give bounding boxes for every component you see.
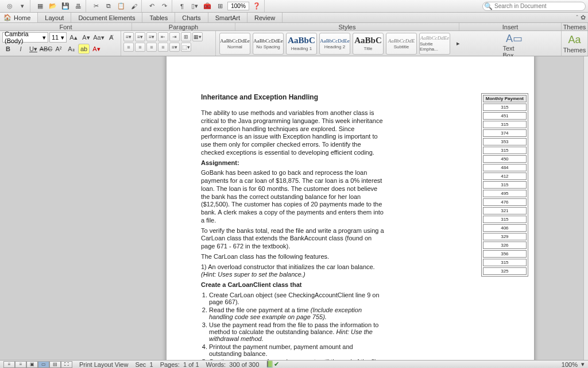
strikethrough-button[interactable]: ABC <box>40 44 52 54</box>
font-size-combo[interactable]: 11▾ <box>49 32 67 43</box>
subscript-button[interactable]: A₂ <box>65 44 77 54</box>
underline-button[interactable]: U▾ <box>28 44 39 54</box>
table-cell: 476 <box>483 198 527 206</box>
document-body[interactable]: Inheritance and Exception Handling The a… <box>201 93 500 360</box>
tab-charts[interactable]: Charts <box>175 13 208 22</box>
tab-layout[interactable]: Layout <box>38 13 71 22</box>
table-cell: 325 <box>483 267 527 275</box>
style-subtitle[interactable]: AaBbCcDdESubtitle <box>386 33 417 55</box>
ribbon-settings-icon[interactable]: ✿ <box>581 14 586 21</box>
view-draft-button[interactable]: ≡ <box>3 361 15 368</box>
monthly-payment-table: Monthly Payment 315451315374353315450484… <box>481 93 528 277</box>
tab-label: Home <box>14 14 30 21</box>
tab-tables[interactable]: Tables <box>142 13 175 22</box>
shading-button[interactable]: ⬚▾ <box>181 43 191 52</box>
style-heading-2[interactable]: AaBbCcDdEeHeading 2 <box>319 33 350 55</box>
vertical-scrollbar[interactable] <box>583 56 588 360</box>
table-cell: 374 <box>483 129 527 137</box>
clear-formatting-icon[interactable]: A̸ <box>106 32 117 43</box>
table-cell: 356 <box>483 250 527 258</box>
grow-font-icon[interactable]: A▴ <box>68 32 79 43</box>
undo-icon[interactable]: ↶ <box>146 1 157 12</box>
sidebar-icon[interactable]: ▯▾ <box>189 1 200 12</box>
doc-assignment-label: Assignment: <box>201 159 385 167</box>
copy-icon[interactable]: ⧉ <box>103 1 114 12</box>
numbering-button[interactable]: ≡▾ <box>135 32 145 41</box>
justify-button[interactable]: ≡ <box>158 43 168 52</box>
toolbox-icon[interactable]: 🧰 <box>202 1 212 12</box>
table-cell: 450 <box>483 155 527 163</box>
document-canvas[interactable]: Inheritance and Exception Handling The a… <box>0 56 583 360</box>
italic-button[interactable]: I <box>15 44 26 54</box>
tab-home[interactable]: 🏠Home <box>0 13 38 22</box>
styles-more-button[interactable]: ▸ <box>452 39 464 49</box>
highlight-color-button[interactable]: ab <box>78 44 90 54</box>
zoom-combo[interactable]: 100% <box>227 2 249 10</box>
style-subtle-emphasis[interactable]: AaBbCcDdEeSubtle Empha... <box>419 33 450 55</box>
themes-button[interactable]: AaThemes <box>563 34 586 53</box>
collapse-ribbon-icon[interactable]: ˆ <box>576 14 578 21</box>
bold-button[interactable]: B <box>2 44 14 54</box>
group-styles-label: Styles <box>235 23 459 30</box>
line-spacing-button[interactable]: ≡▾ <box>169 43 180 52</box>
font-name-combo[interactable]: Cambria (Body)▾ <box>2 32 48 43</box>
view-notebook-button[interactable]: ▤ <box>49 361 61 368</box>
font-name-value: Cambria (Body) <box>5 30 42 44</box>
align-right-button[interactable]: ≡ <box>146 43 157 52</box>
align-center-button[interactable]: ≡ <box>135 43 145 52</box>
table-cell: 315 <box>483 216 527 223</box>
paragraph-group: ≡▾ ≡▾ ≡▾ ⇤ ⇥ ⊞ ▦▾ ≡ ≡ ≡ ≡ ≡▾ ⬚▾ <box>121 31 216 56</box>
quick-access-toolbar: ◎ ▾ ▦ 📂 💾 🖶 ✂ ⧉ 📋 🖌 ↶ ↷ ¶ ▯▾ 🧰 ⊞ 100% ❓ … <box>0 0 588 13</box>
decrease-indent-button[interactable]: ⇤ <box>158 32 168 41</box>
search-input[interactable] <box>482 2 586 11</box>
style-normal[interactable]: AaBbCcDdEeNormal <box>219 33 250 55</box>
change-case-icon[interactable]: Aa▾ <box>93 32 105 43</box>
table-cell: 451 <box>483 112 527 120</box>
status-words: Words: 300 of 300 <box>206 361 260 368</box>
view-publishing-button[interactable]: ▣ <box>26 361 38 368</box>
multilevel-button[interactable]: ≡▾ <box>146 32 157 41</box>
tab-review[interactable]: Review <box>247 13 283 22</box>
shrink-font-icon[interactable]: A▾ <box>80 32 92 43</box>
redo-icon[interactable]: ↷ <box>159 1 169 12</box>
insert-textbox[interactable]: A▭Text Box <box>502 32 525 59</box>
status-zoom[interactable]: 100% <box>562 361 578 368</box>
spellcheck-icon[interactable]: 📗✔ <box>266 361 279 368</box>
print-icon[interactable]: 🖶 <box>73 1 83 12</box>
office-menu-icon[interactable]: ◎ <box>5 1 15 12</box>
new-icon[interactable]: ▦ <box>35 1 45 12</box>
style-no-spacing[interactable]: AaBbCcDdEeNo Spacing <box>253 33 284 55</box>
tab-smartart[interactable]: SmartArt <box>208 13 247 22</box>
align-left-button[interactable]: ≡ <box>123 43 134 52</box>
view-print-layout-button[interactable]: ▭ <box>38 361 49 368</box>
status-bar: ≡ ≡ ▣ ▭ ▤ ⛶ Print Layout View Sec 1 Page… <box>0 360 588 368</box>
save-icon[interactable]: 💾 <box>60 1 71 12</box>
table-cell: 326 <box>483 241 527 249</box>
table-button[interactable]: ▦▾ <box>192 32 203 41</box>
zoom-out-icon[interactable]: ▾ <box>581 361 585 368</box>
view-fullscreen-button[interactable]: ⛶ <box>61 361 72 368</box>
dropdown-icon[interactable]: ▾ <box>17 1 28 12</box>
style-heading-1[interactable]: AaBbCHeading 1 <box>286 33 317 55</box>
pilcrow-icon[interactable]: ¶ <box>177 1 187 12</box>
font-size-value: 11 <box>52 34 59 41</box>
open-icon[interactable]: 📂 <box>48 1 58 12</box>
doc-subheading: Create a CarLoanClient class that <box>201 281 385 289</box>
superscript-button[interactable]: A² <box>53 44 64 54</box>
table-cell: 321 <box>483 207 527 214</box>
font-color-button[interactable]: A▾ <box>91 44 102 54</box>
sort-button[interactable]: ⊞ <box>181 32 191 41</box>
gallery-icon[interactable]: ⊞ <box>215 1 225 12</box>
help-icon[interactable]: ❓ <box>252 1 262 12</box>
doc-list-item: Use the payment read from the file to pa… <box>209 321 385 342</box>
style-title[interactable]: AaBbCTitle <box>353 33 384 55</box>
format-painter-icon[interactable]: 🖌 <box>129 1 139 12</box>
view-outline-button[interactable]: ≡ <box>15 361 26 368</box>
bullets-button[interactable]: ≡▾ <box>123 32 134 41</box>
paste-icon[interactable]: 📋 <box>116 1 126 12</box>
cut-icon[interactable]: ✂ <box>91 1 101 12</box>
doc-title: Inheritance and Exception Handling <box>201 93 500 101</box>
increase-indent-button[interactable]: ⇥ <box>169 32 180 41</box>
tab-document-elements[interactable]: Document Elements <box>71 13 142 22</box>
search-icon: 🔍 <box>484 2 493 10</box>
